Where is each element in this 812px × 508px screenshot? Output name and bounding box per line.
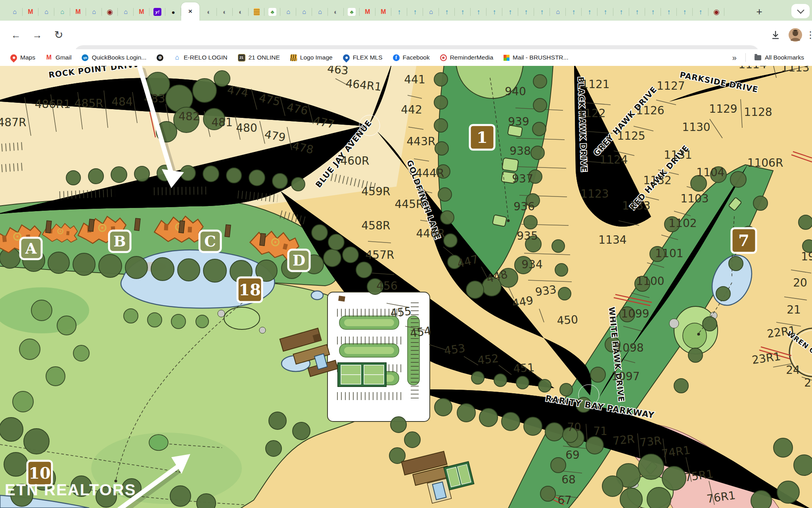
lot-label: 1113	[781, 66, 809, 74]
lot-label: 442	[401, 103, 422, 116]
lot-label: 24	[786, 364, 800, 377]
lot-label: 20	[793, 276, 807, 289]
lot-label: 1132	[643, 174, 671, 187]
pinned-tab[interactable]: ◐	[328, 3, 344, 21]
bookmarks-overflow-chevron[interactable]: »	[732, 53, 737, 62]
pinned-tab[interactable]: ◐	[201, 3, 217, 21]
reload-button[interactable]: ↻	[52, 28, 66, 42]
pinned-tab[interactable]: ↑	[486, 3, 502, 21]
home-favicon-icon: ⌂	[11, 8, 19, 16]
lot-label: 1103	[680, 192, 709, 205]
lot-label: 481	[211, 116, 232, 129]
pinned-tab[interactable]: ↑	[598, 3, 613, 21]
pinned-tab[interactable]: ⌂	[86, 3, 102, 21]
pinned-tab[interactable]: ↑	[629, 3, 645, 21]
lot-label: 1121	[581, 78, 609, 91]
pinned-tab[interactable]: ●	[165, 3, 181, 21]
gmail-favicon-icon: M	[138, 8, 146, 16]
lot-label: 487R	[0, 116, 26, 129]
building-marker: B	[109, 231, 130, 252]
pinned-tab[interactable]: ↑	[439, 3, 455, 21]
download-icon	[770, 30, 781, 40]
pinned-tab[interactable]: ↑	[677, 3, 693, 21]
pinned-tab[interactable]: ⌂	[550, 3, 566, 21]
downloads-button[interactable]	[768, 28, 783, 42]
pinned-tab[interactable]: ⌂	[280, 3, 296, 21]
golf-hole-marker: 7	[732, 228, 756, 253]
pinned-tab[interactable]: ↑	[518, 3, 534, 21]
pinned-tab[interactable]: ⌂	[38, 3, 54, 21]
pinned-tab[interactable]: ↑	[582, 3, 598, 21]
pinned-tab[interactable]: ◐	[217, 3, 233, 21]
pinned-tab[interactable]: ♣	[264, 3, 280, 21]
pinned-tab[interactable]: ♣	[344, 3, 360, 21]
pinned-tab[interactable]: M	[375, 3, 391, 21]
lot-label: 458R	[362, 219, 391, 232]
pinned-tab[interactable]: M	[70, 3, 86, 21]
pinned-tab[interactable]: M	[134, 3, 149, 21]
bookmark-21-online[interactable]: 2121 ONLINE	[238, 54, 280, 62]
bookmark-mail-brushstr-[interactable]: Mail - BRUSHSTR...	[504, 54, 568, 61]
lot-label: 1100	[636, 275, 664, 288]
bookmark-remindermedia[interactable]: ◉ReminderMedia	[440, 54, 493, 61]
pinned-tab[interactable]: ↑	[566, 3, 582, 21]
active-tab[interactable]: ×	[181, 2, 199, 21]
logo-icon	[290, 54, 297, 61]
etn-realtors-watermark: ETN REALTORS	[5, 481, 136, 498]
pinned-tab[interactable]: ↑	[613, 3, 629, 21]
pinned-tab[interactable]: M	[360, 3, 375, 21]
pinned-tab[interactable]: ↑	[407, 3, 423, 21]
pinned-tab[interactable]: ⌂	[54, 3, 70, 21]
bookmark-quickbooks-login-[interactable]: qbQuickBooks Login...	[82, 54, 146, 61]
tab-search-button[interactable]	[791, 4, 810, 18]
lot-label: 1126	[636, 104, 664, 117]
pinned-tab[interactable]: ↑	[693, 3, 709, 21]
pinned-tab[interactable]: ⌂	[296, 3, 312, 21]
bookmark-globe[interactable]: ⊕	[157, 54, 163, 61]
lot-label: 482	[178, 110, 199, 123]
bookmark-logo-image[interactable]: Logo Image	[290, 54, 333, 61]
pinned-tab[interactable]: ↑	[471, 3, 486, 21]
pinned-tab[interactable]: ◐	[233, 3, 249, 21]
pinned-tab[interactable]: ↑	[502, 3, 518, 21]
bookmark-e-relo-login[interactable]: ⌂E-RELO LOGIN	[174, 54, 227, 61]
lot-label: 72R	[612, 432, 635, 448]
pinned-tab[interactable]: ⌂	[118, 3, 134, 21]
globe-icon: ⊕	[157, 54, 163, 61]
fb-icon: f	[393, 54, 400, 61]
bookmark-gmail[interactable]: MGmail	[46, 54, 71, 61]
lot-label: 1128	[744, 106, 772, 119]
lot-label: 1129	[709, 102, 737, 115]
lot-label: 940	[505, 85, 526, 98]
pinned-tab[interactable]: ↑	[455, 3, 471, 21]
pinned-tab[interactable]: ⌂	[7, 3, 23, 21]
pinned-tab[interactable]: ⌂	[423, 3, 439, 21]
pinned-tab[interactable]: M	[23, 3, 38, 21]
pinned-tab[interactable]	[249, 3, 264, 21]
folder-icon	[755, 55, 761, 60]
back-button[interactable]: ←	[9, 28, 23, 42]
gmail-favicon-icon: M	[27, 8, 34, 16]
pinned-tab[interactable]: ↑	[391, 3, 407, 21]
pinned-tab[interactable]: ↑	[661, 3, 677, 21]
pinned-tab[interactable]: ↑	[534, 3, 550, 21]
pinned-tab[interactable]: y!	[149, 3, 165, 21]
profile-avatar[interactable]	[788, 28, 802, 42]
bookmark-maps[interactable]: Maps	[10, 54, 35, 61]
arrow-favicon-icon: ↑	[475, 8, 483, 16]
pinned-tab[interactable]: ⌂	[312, 3, 328, 21]
globe-favicon-icon: ◐	[205, 8, 213, 16]
lot-label: 1098	[615, 341, 643, 354]
building-marker: D	[288, 250, 310, 271]
menu-kebab-button[interactable]: ⋮	[803, 28, 812, 42]
bookmark-flex-mls[interactable]: FLEX MLS	[343, 54, 383, 61]
pinned-tab[interactable]: ↑	[645, 3, 661, 21]
all-bookmarks-button[interactable]: All Bookmarks	[765, 54, 804, 61]
lot-label: 1102	[668, 217, 697, 230]
bookmark-facebook[interactable]: fFacebook	[393, 54, 430, 61]
forward-button[interactable]: →	[30, 28, 44, 42]
pinned-tab[interactable]: ◉	[102, 3, 118, 21]
new-tab-button[interactable]: +	[753, 5, 766, 18]
pinned-tab[interactable]: ◉	[709, 3, 724, 21]
leaf-favicon-icon: ♣	[348, 8, 356, 16]
